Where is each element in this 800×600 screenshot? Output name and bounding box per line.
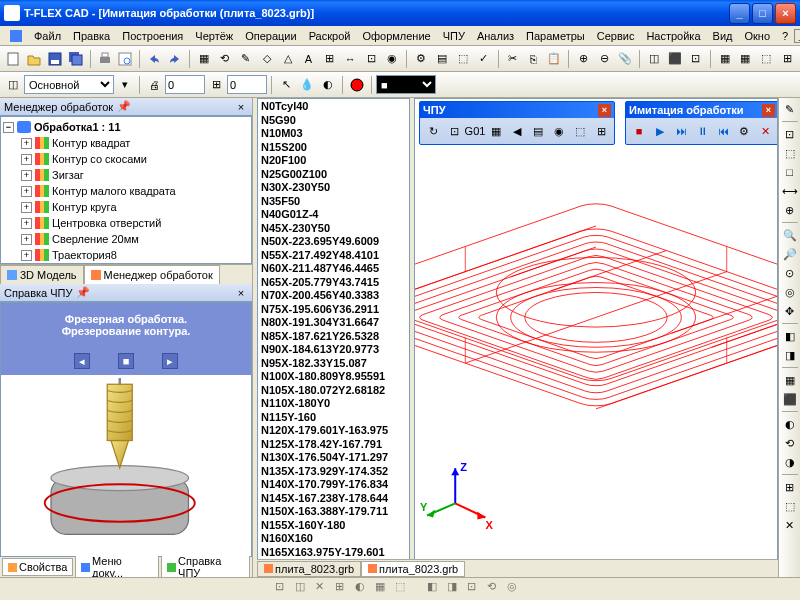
cnc-tool-7[interactable]: ◉ — [549, 121, 569, 141]
gcode-listing[interactable]: N0Tcyl40N5G90N10M03N15S200N20F100N25G00Z… — [257, 98, 410, 577]
tool-generic-17[interactable]: ▦ — [715, 49, 735, 69]
tool-gear-icon[interactable]: ⚙ — [411, 49, 431, 69]
menu-design[interactable]: Оформление — [356, 28, 436, 44]
gcode-line[interactable]: N160X160 — [261, 532, 406, 546]
mdi-minimize-button[interactable]: _ — [794, 29, 800, 43]
doc-tab-active[interactable]: плита_8023.grb — [361, 561, 465, 577]
tool-generic-2[interactable]: ⟲ — [215, 49, 235, 69]
gcode-line[interactable]: N105X-180.072Y2.68182 — [261, 384, 406, 398]
vtool-pan-icon[interactable]: ✥ — [781, 302, 799, 320]
vtool-zoom-out-icon[interactable]: 🔎 — [781, 245, 799, 263]
tool2-print-icon[interactable]: 🖨 — [144, 75, 164, 95]
gcode-line[interactable]: N5G90 — [261, 114, 406, 128]
dropper-icon[interactable]: 💧 — [297, 75, 317, 95]
gcode-line[interactable]: N80X-191.304Y31.6647 — [261, 316, 406, 330]
panel-close-icon[interactable]: × — [234, 100, 248, 114]
tool-generic-6[interactable]: ⊞ — [319, 49, 339, 69]
menu-help[interactable]: ? — [776, 28, 794, 44]
value-input-1[interactable] — [165, 75, 205, 94]
tool-check-icon[interactable]: ✓ — [474, 49, 494, 69]
vtool-7[interactable]: ◎ — [781, 283, 799, 301]
tool-generic-13[interactable]: ⊖ — [594, 49, 614, 69]
help-prev-button[interactable]: ◂ — [74, 353, 90, 369]
vtool-16[interactable]: ✕ — [781, 516, 799, 534]
sim-cancel-button[interactable]: ✕ — [755, 121, 775, 141]
tree-item[interactable]: +Контур квадрат — [3, 135, 249, 151]
cnc-tool-9[interactable]: ⊞ — [591, 121, 611, 141]
gcode-line[interactable]: N150X-163.388Y-179.711 — [261, 505, 406, 519]
tree-item[interactable]: +Зигзаг — [3, 167, 249, 183]
vtool-13[interactable]: ◑ — [781, 453, 799, 471]
gcode-line[interactable]: N120X-179.601Y-163.975 — [261, 424, 406, 438]
tool-generic-9[interactable]: ◉ — [382, 49, 402, 69]
pin-icon[interactable]: 📌 — [117, 100, 131, 114]
tool-generic-12[interactable]: ⊕ — [573, 49, 593, 69]
cnc-tool-2[interactable]: ⊡ — [444, 121, 464, 141]
status-tool[interactable]: ⊡ — [467, 580, 485, 598]
gcode-line[interactable]: N165X163.975Y-179.601 — [261, 546, 406, 560]
gcode-line[interactable]: N125X-178.42Y-167.791 — [261, 438, 406, 452]
help-stop-button[interactable]: ■ — [118, 353, 134, 369]
tree-item[interactable]: +Траектория8 — [3, 247, 249, 263]
close-icon[interactable]: × — [598, 104, 611, 117]
gcode-line[interactable]: N35F50 — [261, 195, 406, 209]
status-tool[interactable]: ⊞ — [335, 580, 353, 598]
status-tool[interactable]: ◎ — [507, 580, 525, 598]
tree-item[interactable]: +Сверление 20мм — [3, 231, 249, 247]
vtool-14[interactable]: ⊞ — [781, 478, 799, 496]
gcode-line[interactable]: N10M03 — [261, 127, 406, 141]
tool-generic-16[interactable]: ⊡ — [686, 49, 706, 69]
tab-properties[interactable]: Свойства — [2, 558, 73, 576]
gcode-line[interactable]: N135X-173.929Y-174.352 — [261, 465, 406, 479]
status-tool[interactable]: ⬚ — [395, 580, 413, 598]
gcode-line[interactable]: N115Y-160 — [261, 411, 406, 425]
app-menu-icon[interactable] — [4, 28, 28, 44]
tool-generic-19[interactable]: ⬚ — [756, 49, 776, 69]
tool-generic-8[interactable]: ⊡ — [361, 49, 381, 69]
menu-build[interactable]: Построения — [116, 28, 189, 44]
tool-generic-3[interactable]: ✎ — [236, 49, 256, 69]
menu-cnc[interactable]: ЧПУ — [437, 28, 471, 44]
tool-generic-14[interactable]: ◫ — [644, 49, 664, 69]
menu-service[interactable]: Сервис — [591, 28, 641, 44]
menu-nesting[interactable]: Раскрой — [303, 28, 357, 44]
gcode-line[interactable]: N50X-223.695Y49.6009 — [261, 235, 406, 249]
new-icon[interactable] — [3, 49, 23, 69]
cursor-icon[interactable]: ↖ — [276, 75, 296, 95]
vtool-zoom-fit-icon[interactable]: ⊡ — [781, 125, 799, 143]
status-tool[interactable]: ✕ — [315, 580, 333, 598]
cnc-tool-1[interactable]: ↻ — [423, 121, 443, 141]
layer-icon[interactable]: ◫ — [3, 75, 23, 95]
vtool-11[interactable]: ⬛ — [781, 390, 799, 408]
vtool-1[interactable]: ✎ — [781, 100, 799, 118]
vtool-4[interactable]: ⟷ — [781, 182, 799, 200]
menu-analysis[interactable]: Анализ — [471, 28, 520, 44]
status-tool[interactable]: ◨ — [447, 580, 465, 598]
gcode-line[interactable]: N110X-180Y0 — [261, 397, 406, 411]
sim-pause-button[interactable]: ⏸ — [692, 121, 712, 141]
tool-generic-5[interactable]: △ — [278, 49, 298, 69]
tool-text-icon[interactable]: A — [299, 49, 319, 69]
vtool-3[interactable]: □ — [781, 163, 799, 181]
menu-edit[interactable]: Правка — [67, 28, 116, 44]
gcode-line[interactable]: N45X-230Y50 — [261, 222, 406, 236]
status-tool[interactable]: ◐ — [355, 580, 373, 598]
tool-generic-20[interactable]: ⊞ — [777, 49, 797, 69]
3d-viewport[interactable]: ЧПУ× ↻ ⊡ G01 ▦ ◀ ▤ ◉ ⬚ ⊞ Имитация обрабо… — [414, 98, 778, 577]
status-tool[interactable]: ◫ — [295, 580, 313, 598]
menu-view[interactable]: Вид — [707, 28, 739, 44]
tab-3d-model[interactable]: 3D Модель — [0, 265, 84, 284]
menu-file[interactable]: Файл — [28, 28, 67, 44]
tool-generic-11[interactable]: ⬚ — [453, 49, 473, 69]
gcode-line[interactable]: N85X-187.621Y26.5328 — [261, 330, 406, 344]
vtool-zoom-in-icon[interactable]: 🔍 — [781, 226, 799, 244]
tool2-3[interactable]: ◐ — [318, 75, 338, 95]
paste-icon[interactable]: 📋 — [544, 49, 564, 69]
cnc-tool-8[interactable]: ⬚ — [570, 121, 590, 141]
gcode-line[interactable]: N70X-200.456Y40.3383 — [261, 289, 406, 303]
vtool-10[interactable]: ▦ — [781, 371, 799, 389]
print-icon[interactable] — [95, 49, 115, 69]
attach-icon[interactable]: 📎 — [615, 49, 635, 69]
close-icon[interactable]: × — [762, 104, 775, 117]
tab-operations-manager[interactable]: Менеджер обработок — [84, 265, 220, 284]
